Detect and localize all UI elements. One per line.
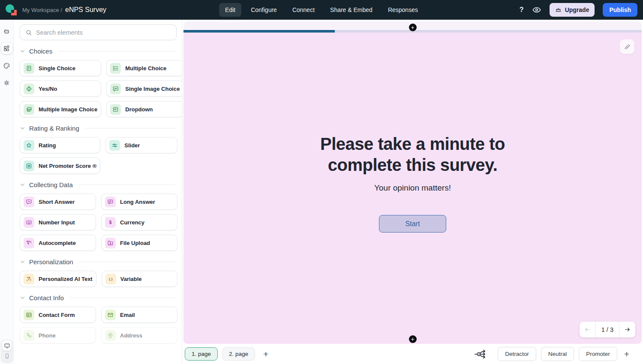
start-button[interactable]: Start (379, 215, 446, 233)
contact-form-icon (24, 310, 34, 320)
element-card-dropdown[interactable]: Dropdown (106, 101, 182, 117)
element-card-single-choice[interactable]: Single Choice (20, 60, 101, 76)
element-card-multiple-image-choice[interactable]: Multiple Image Choice (20, 101, 101, 117)
long-answer-icon (105, 197, 116, 207)
element-card-email[interactable]: Email (101, 307, 177, 323)
element-card-rating[interactable]: Rating (20, 137, 100, 153)
yes-no-icon (24, 84, 34, 94)
help-button[interactable]: ? (520, 6, 524, 14)
theme-brush-button[interactable] (620, 39, 634, 54)
element-card-file-upload[interactable]: File Upload (101, 235, 177, 251)
settings-panel-button[interactable] (1, 77, 12, 88)
add-element-below-button[interactable]: + (409, 335, 417, 343)
survey-heading[interactable]: Please take a minute to complete this su… (320, 134, 505, 176)
chevron-down-icon (20, 48, 25, 54)
nav-tab-connect[interactable]: Connect (286, 3, 321, 17)
main-nav: EditConfigureConnectShare & EmbedRespons… (219, 3, 424, 17)
segment-button-promoter[interactable]: Promoter (579, 347, 617, 361)
blocks-icon (3, 45, 10, 52)
device-preview-toggle (1, 340, 12, 362)
multiple-choice-icon (110, 63, 121, 74)
add-segment-button[interactable]: + (624, 349, 629, 358)
element-label: Currency (120, 219, 144, 226)
element-card-net-promoter-score[interactable]: Net Promoter Score ® (20, 158, 100, 174)
chevron-down-icon (20, 295, 25, 301)
element-label: Variable (120, 276, 142, 282)
search-input[interactable] (36, 29, 171, 36)
net-promoter-score-icon (24, 161, 34, 171)
element-label: Short Answer (39, 199, 75, 205)
element-card-yes-no[interactable]: Yes/No (20, 81, 101, 97)
mobile-view-button[interactable] (2, 351, 12, 361)
element-sections: Choices Single Choice Multiple Choice Ye… (20, 48, 177, 343)
add-page-button[interactable]: + (263, 349, 268, 358)
element-label: Dropdown (125, 106, 153, 113)
nav-tab-edit[interactable]: Edit (219, 3, 241, 17)
breadcrumb[interactable]: My Workspace / (22, 7, 62, 13)
search-icon (25, 29, 32, 36)
page-pager: 1 / 3 (580, 322, 635, 337)
section-rating-ranking: Rating & Ranking Rating Slider Net Promo… (20, 125, 177, 174)
element-card-phone[interactable]: Phone (20, 327, 96, 343)
ai-assistant-button[interactable] (1, 26, 12, 37)
publish-button[interactable]: Publish (603, 3, 637, 17)
element-card-multiple-choice[interactable]: Multiple Choice (106, 60, 182, 76)
element-label: Slider (124, 142, 140, 149)
element-label: Multiple Image Choice (39, 106, 97, 113)
desktop-view-button[interactable] (2, 340, 12, 351)
slider-icon (109, 140, 120, 151)
element-card-single-image-choice[interactable]: Single Image Choice (106, 81, 182, 97)
segment-button-detractor[interactable]: Detractor (498, 347, 536, 361)
palette-icon (3, 62, 10, 69)
element-card-personalized-ai-text[interactable]: Personalized AI Text (20, 271, 96, 287)
editor-main: Please take a minute to complete this su… (182, 20, 643, 364)
survey-subtitle[interactable]: Your opinion matters! (320, 183, 505, 193)
elements-panel-button[interactable] (1, 43, 12, 54)
segment-controls: DetractorNeutralPromoter + (474, 347, 629, 361)
single-image-choice-icon (110, 84, 121, 94)
nav-tab-responses[interactable]: Responses (382, 3, 424, 17)
segment-button-neutral[interactable]: Neutral (541, 347, 574, 361)
element-card-long-answer[interactable]: Long Answer (101, 194, 177, 210)
section-divider (58, 51, 176, 51)
arrow-left-icon (584, 326, 591, 333)
design-panel-button[interactable] (1, 60, 12, 71)
survey-content: Please take a minute to complete this su… (320, 134, 505, 233)
element-card-address[interactable]: Address (101, 327, 177, 343)
app-header: My Workspace / eNPS Survey EditConfigure… (0, 0, 643, 20)
section-title: Collecting Data (29, 181, 73, 188)
personalized-ai-text-icon (24, 274, 34, 284)
element-label: Net Promoter Score ® (39, 163, 96, 169)
page-tab-2[interactable]: 2. page (222, 347, 255, 361)
crown-icon (555, 7, 562, 13)
survey-canvas: Please take a minute to complete this su… (183, 21, 642, 344)
element-card-number-input[interactable]: 12 Number Input (20, 214, 96, 230)
element-label: Single Choice (39, 65, 75, 72)
svg-text:$: $ (109, 220, 112, 224)
section-personalization: Personalization Personalized AI Text { }… (20, 258, 177, 287)
element-card-autocomplete[interactable]: Autocomplete (20, 235, 96, 251)
element-label: Personalized AI Text (39, 276, 93, 282)
nav-tab-configure[interactable]: Configure (245, 3, 283, 17)
element-label: Long Answer (120, 199, 155, 205)
logic-branch-icon[interactable] (474, 349, 487, 359)
element-label: Autocomplete (39, 240, 76, 246)
previous-page-button[interactable] (580, 322, 595, 337)
elements-sidebar: Choices Single Choice Multiple Choice Ye… (14, 20, 182, 364)
monitor-icon (4, 343, 10, 349)
section-title: Personalization (29, 258, 73, 266)
page-tab-1[interactable]: 1. page (185, 347, 218, 361)
file-upload-icon (105, 238, 116, 248)
element-card-contact-form[interactable]: Contact Form (20, 307, 96, 323)
element-card-currency[interactable]: $ Currency (101, 214, 177, 230)
add-element-above-button[interactable]: + (409, 24, 417, 31)
preview-eye-icon[interactable] (532, 5, 541, 15)
element-card-short-answer[interactable]: Short Answer (20, 194, 96, 210)
nav-tab-share-embed[interactable]: Share & Embed (324, 3, 379, 17)
upgrade-button[interactable]: Upgrade (550, 3, 595, 17)
page-indicator: 1 / 3 (595, 322, 619, 337)
element-card-variable[interactable]: { } Variable (102, 271, 177, 287)
element-card-slider[interactable]: Slider (105, 137, 177, 153)
brush-icon (624, 43, 631, 51)
next-page-button[interactable] (619, 322, 635, 337)
